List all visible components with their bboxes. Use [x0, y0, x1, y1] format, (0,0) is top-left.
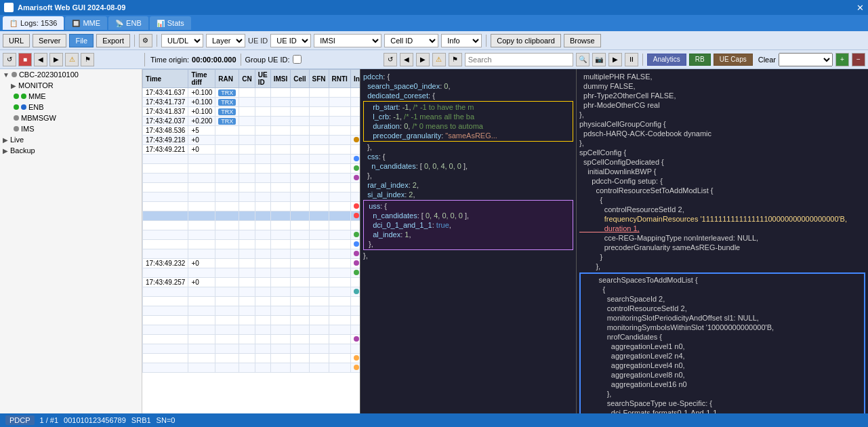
table-cell: [291, 316, 309, 325]
table-cell: [215, 278, 239, 287]
table-cell: 17:43:48.536: [143, 126, 188, 136]
file-btn[interactable]: File: [69, 34, 94, 47]
ul-dl-select[interactable]: UL/DL: [161, 34, 203, 47]
right-panel[interactable]: multiplePHR FALSE, dummy FALSE, phr-Type…: [577, 69, 868, 427]
tab-enb[interactable]: 📡 ENB: [108, 16, 148, 30]
cell-id-select[interactable]: Cell ID: [384, 34, 438, 47]
ue-caps-btn[interactable]: UE Caps: [714, 54, 753, 66]
table-row[interactable]: UECRI:137ae0l089c6 L...: [143, 221, 360, 230]
table-row[interactable]: PDCCHss_id=2 cce_index=...: [143, 268, 360, 278]
server-btn[interactable]: Server: [33, 34, 66, 47]
table-row[interactable]: 17:43:41.837+0.100TRXAGC: rx0=45.0: [143, 107, 360, 117]
sidebar-item-ims[interactable]: IMS: [0, 123, 142, 134]
sidebar-item-backup[interactable]: ▶ Backup: [0, 145, 142, 156]
log-refresh-btn[interactable]: ↺: [384, 53, 397, 66]
table-row[interactable]: 17:43:41.637+0.100TRXAGC: rx0=47.0: [143, 88, 360, 98]
close-button[interactable]: ✕: [856, 3, 864, 13]
flag-btn[interactable]: ⚑: [81, 53, 94, 66]
sidebar-item-cbc[interactable]: ▼ CBC-2023010100: [0, 69, 142, 80]
table-cell: [291, 136, 309, 145]
log-warning-btn[interactable]: ⚠: [432, 53, 446, 66]
log-table-wrap[interactable]: Time Time diff RAN CN UE ID IMSI Cell SF…: [142, 69, 360, 427]
table-cell: [329, 183, 350, 192]
table-cell: [255, 98, 270, 107]
table-row[interactable]: PDCCHss_id=1 cce_index=...: [143, 230, 360, 240]
table-row[interactable]: PDCCHharq=sl.prb=3.2 symb=...: [143, 164, 360, 174]
info-select[interactable]: Info: [441, 34, 482, 47]
table-row[interactable]: 17:43:42.037+0.200TRXAGC: rx0=44.0: [143, 117, 360, 126]
group-ue-checkbox[interactable]: [293, 55, 302, 64]
table-row[interactable]: 17:43:48.536+5sdr=/dev/sdr0 temp_fp...: [143, 126, 360, 136]
table-row[interactable]: 127.0.1.100:5555 PC...: [143, 306, 360, 316]
table-row[interactable]: PUSCHharq=0 prb=2.2 syml...: [143, 335, 360, 344]
table-row[interactable]: 17:43:49.221+0Allocating new UE: [143, 145, 360, 155]
tab-logs[interactable]: 📋 Logs: 1536: [3, 16, 64, 30]
table-row[interactable]: 127.0.1.100:5592 PC...: [143, 325, 360, 335]
table-cell: PUSCH: [350, 174, 360, 183]
code-highlight-block: rb_start: -1, /* -1 to have the m l_crb:…: [363, 101, 573, 142]
camera-icon[interactable]: 📷: [592, 53, 606, 66]
back-btn[interactable]: ◀: [34, 53, 47, 66]
table-row[interactable]: 17:43:49.257+0127.0.1.1:52427 Initi...: [143, 278, 360, 287]
tab-mme[interactable]: 🔲 MME: [65, 16, 107, 30]
search-input[interactable]: [465, 53, 573, 66]
play-icon[interactable]: ▶: [608, 53, 622, 66]
table-row[interactable]: 17:43:41.737+0.100TRXAGC: rx0=46.0: [143, 98, 360, 107]
table-cell: [350, 117, 360, 126]
table-row[interactable]: 5GS encryption caps=0...: [143, 297, 360, 306]
table-row[interactable]: SRB1D/C=1 P=1 SI=00 SN=...: [143, 354, 360, 363]
export-btn[interactable]: Export: [96, 34, 130, 47]
log-forward-btn[interactable]: ▶: [416, 53, 430, 66]
table-row[interactable]: PUSCHss_id=1 cce_index=(...: [143, 174, 360, 183]
table-row[interactable]: LCID 52 len=6 PAD len...: [143, 192, 360, 202]
analytics-btn[interactable]: Analytics: [647, 54, 686, 66]
forward-btn[interactable]: ▶: [49, 53, 63, 66]
table-row[interactable]: SRB1SN=0: [143, 363, 360, 373]
table-row[interactable]: PDSCHharq=0 prb=3.24 syn...: [143, 240, 360, 249]
sidebar-item-enb[interactable]: ENB: [0, 102, 142, 113]
table-row[interactable]: LCID 1 len=35 SBSR lc...: [143, 344, 360, 354]
rb-btn[interactable]: RB: [689, 54, 711, 66]
url-btn[interactable]: URL: [3, 34, 30, 47]
code-line-4: dedicated_coreset: {: [363, 91, 573, 100]
table-cell: [143, 268, 188, 278]
code-panel[interactable]: pdcch: { search_space0_index: 0, dedicat…: [360, 69, 577, 427]
table-row[interactable]: CCCH-NRRRC setup: [143, 211, 360, 221]
sidebar-item-mbmsgw[interactable]: MBMSGW: [0, 113, 142, 123]
table-row[interactable]: Deciphered IMSI: 0010...: [143, 316, 360, 325]
table-cell: [309, 287, 329, 297]
table-row[interactable]: 5GMMRegistration/request: [143, 287, 360, 297]
table-row[interactable]: PDSCHRAR: rapid=0: [143, 155, 360, 164]
clear-select[interactable]: [779, 53, 833, 66]
table-row[interactable]: 17:43:49.232+0PUSCHformat=1 prb=105 prb2…: [143, 259, 360, 268]
table-row[interactable]: 17:43:49.218+0PRACHsdr=/dev/sdr0 temp_fp…: [143, 136, 360, 145]
sidebar-item-live[interactable]: ▶ Live: [0, 134, 142, 145]
table-cell: [329, 192, 350, 202]
stop-btn[interactable]: ■: [18, 53, 32, 66]
filter-icon[interactable]: 🔍: [576, 53, 590, 66]
sidebar-item-monitor[interactable]: ▶ MONITOR: [0, 80, 142, 91]
browse-btn[interactable]: Browse: [564, 34, 601, 47]
table-row[interactable]: PUSCHformat=1 prb=0 prb2=1...: [143, 249, 360, 259]
warning-btn[interactable]: ⚠: [65, 53, 79, 66]
tab-stats[interactable]: 📊 Stats: [150, 16, 191, 30]
pause-icon[interactable]: ⏸: [625, 53, 638, 66]
imsi-select[interactable]: IMSI: [314, 34, 381, 47]
refresh-btn[interactable]: ↺: [3, 53, 16, 66]
table-cell: [255, 363, 270, 373]
table-cell: [291, 287, 309, 297]
log-flag-btn[interactable]: ⚑: [449, 53, 462, 66]
ue-id-select[interactable]: UE ID: [270, 34, 311, 47]
layer-select[interactable]: Layer: [206, 34, 245, 47]
add-btn[interactable]: +: [835, 53, 849, 66]
settings-btn[interactable]: ⚙: [139, 34, 152, 47]
table-row[interactable]: harq=0 prb=104 sym...: [143, 183, 360, 192]
table-cell: [188, 268, 215, 278]
table-cell: [350, 344, 360, 354]
table-row[interactable]: CCCH-NRRRC setup request: [143, 202, 360, 211]
sidebar-item-mme[interactable]: MME: [0, 91, 142, 102]
table-cell: [143, 344, 188, 354]
copy-clipboard-btn[interactable]: Copy to clipboard: [491, 34, 561, 47]
minus-btn[interactable]: −: [852, 53, 865, 66]
log-back-btn[interactable]: ◀: [400, 53, 413, 66]
